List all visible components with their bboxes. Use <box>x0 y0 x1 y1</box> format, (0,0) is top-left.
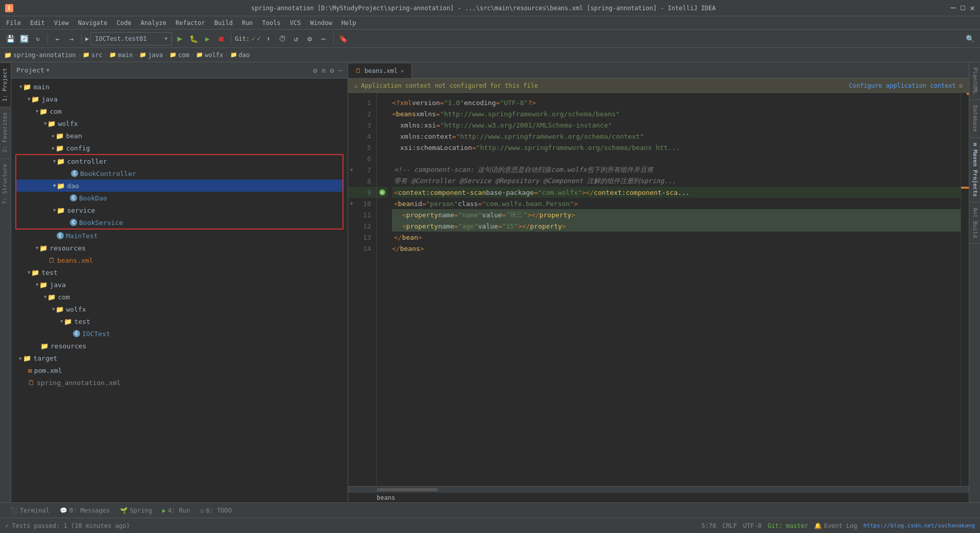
menu-bar: File Edit View Navigate Code Analyze Ref… <box>0 16 980 30</box>
editor-scrollbar[interactable] <box>348 486 969 492</box>
url-link[interactable]: https://blog.csdn.net/suchanakang <box>863 522 975 529</box>
git-history[interactable]: ⏱ <box>276 33 288 45</box>
bc-java[interactable]: java <box>148 52 163 59</box>
maximize-btn[interactable]: □ <box>961 3 965 13</box>
git-revert[interactable]: ↺ <box>290 33 302 45</box>
bc-com[interactable]: com <box>178 52 189 59</box>
menu-analyze[interactable]: Analyze <box>136 18 170 28</box>
tree-item-java[interactable]: ▼ 📁 java <box>11 93 348 105</box>
bc-main[interactable]: main <box>118 52 133 59</box>
code-line-11: <property name="name" value="张三"></prope… <box>392 209 961 220</box>
tree-item-resources[interactable]: ▼ 📁 resources <box>11 242 348 254</box>
tree-item-test-com[interactable]: ▼ 📁 com <box>11 291 348 303</box>
tree-item-spring-xml[interactable]: 🗒 spring_annotation.xml <box>11 376 348 389</box>
tab-close-btn[interactable]: × <box>401 68 404 74</box>
menu-edit[interactable]: Edit <box>26 18 49 28</box>
menu-refactor[interactable]: Refactor <box>172 18 209 28</box>
run-btn[interactable]: ▶ <box>174 33 186 45</box>
search-everywhere-btn[interactable]: 🔍 <box>964 33 976 45</box>
tree-item-main[interactable]: ▼ 📁 main <box>11 81 348 93</box>
project-close-btn[interactable]: − <box>338 66 342 74</box>
tree-item-wolfx[interactable]: ▼ 📁 wolfx <box>11 117 348 130</box>
save-btn[interactable]: 💾 <box>4 33 16 45</box>
bookmark-btn[interactable]: 🔖 <box>337 33 350 45</box>
sidebar-tab-project[interactable]: 1: Project <box>0 62 11 107</box>
line-num-12: 12 <box>348 220 376 232</box>
menu-build[interactable]: Build <box>210 18 237 28</box>
bc-wolfx[interactable]: wolfx <box>205 52 223 59</box>
code-line-4: xmlns:context="http://www.springframewor… <box>392 131 961 142</box>
sync-btn[interactable]: 🔄 <box>18 33 30 45</box>
tree-item-book-service[interactable]: C BookService <box>16 216 342 229</box>
right-tab-maven[interactable]: m Maven Projects <box>969 138 980 202</box>
back-btn[interactable]: ← <box>52 33 64 45</box>
event-log-btn[interactable]: 🔔 Event Log <box>814 522 857 529</box>
tree-item-test-java[interactable]: ▼ 📁 java <box>11 278 348 291</box>
tree-item-com[interactable]: ▼ 📁 com <box>11 105 348 117</box>
tree-item-main-test[interactable]: C MainTest <box>11 230 348 242</box>
refresh-btn[interactable]: ↻ <box>32 33 44 45</box>
tree-item-target[interactable]: ▶ 📁 target <box>11 352 348 364</box>
configure-link[interactable]: Configure application context <box>849 82 956 89</box>
git-settings[interactable]: ⚙ <box>304 33 316 45</box>
tree-item-bean[interactable]: ▶ 📁 bean <box>11 130 348 142</box>
right-tab-ant[interactable]: Ant Build <box>969 202 980 244</box>
git-more[interactable]: ⋯ <box>317 33 330 45</box>
tab-spring[interactable]: 🌱 Spring <box>115 505 157 516</box>
close-btn[interactable]: ✕ <box>970 3 975 13</box>
menu-file[interactable]: File <box>2 18 25 28</box>
tree-item-controller[interactable]: ▼ 📁 controller <box>16 155 342 167</box>
tree-item-test[interactable]: ▼ 📁 test <box>11 266 348 278</box>
tree-item-beans-xml[interactable]: 🗒 beans.xml <box>11 254 348 266</box>
project-title: Project <box>16 66 44 74</box>
stop-btn[interactable]: ⏹ <box>215 33 227 45</box>
tab-run[interactable]: ▶ 4: Run <box>157 505 195 516</box>
bc-spring-annotation[interactable]: spring-annotation <box>13 52 76 59</box>
tree-item-test-resources[interactable]: 📁 resources <box>11 340 348 352</box>
right-tab-database[interactable]: Database <box>969 100 980 138</box>
tree-item-book-dao[interactable]: C BookDao <box>16 192 342 204</box>
project-dropdown-arrow[interactable]: ▼ <box>46 67 50 73</box>
status-left: ✓ Tests passed: 1 (10 minutes ago) <box>5 522 130 529</box>
menu-window[interactable]: Window <box>306 18 336 28</box>
tree-item-test-test[interactable]: ▼ 📁 test <box>11 315 348 327</box>
menu-help[interactable]: Help <box>337 18 360 28</box>
code-content[interactable]: <?xml version="1.0" encoding="UTF-8"?> <… <box>388 93 961 486</box>
sidebar-tab-structure[interactable]: 7: Structure <box>0 158 11 209</box>
debug-btn[interactable]: 🐛 <box>187 33 200 45</box>
menu-vcs[interactable]: VCS <box>286 18 305 28</box>
tree-item-pom[interactable]: m pom.xml <box>11 364 348 376</box>
right-tab-plantuml[interactable]: PlantUML <box>969 62 980 100</box>
git-push[interactable]: ⬆ <box>262 33 275 45</box>
menu-run[interactable]: Run <box>238 18 257 28</box>
cursor-position[interactable]: 5:78 <box>701 522 716 529</box>
tree-item-dao[interactable]: ▼ 📁 dao <box>16 180 342 192</box>
line-num-10: ▼10 <box>348 198 376 209</box>
menu-navigate[interactable]: Navigate <box>74 18 112 28</box>
tree-item-config[interactable]: ▶ 📁 config <box>11 142 348 154</box>
charset[interactable]: UTF-8 <box>743 522 762 529</box>
tab-todo[interactable]: ☑ 6: TODO <box>195 505 237 516</box>
tree-item-service[interactable]: ▼ 📁 service <box>16 204 342 216</box>
configure-gear[interactable]: ⚙ <box>959 82 963 89</box>
tree-item-book-controller[interactable]: C BookController <box>16 167 342 180</box>
project-gear-btn[interactable]: ⚙ <box>330 66 334 74</box>
tree-item-ioc-test[interactable]: C IOCTest <box>11 327 348 340</box>
bc-dao[interactable]: dao <box>239 52 250 59</box>
coverage-btn[interactable]: ▶ <box>201 33 213 45</box>
tab-messages[interactable]: 💬 0: Messages <box>55 505 115 516</box>
bc-src[interactable]: src <box>91 52 103 59</box>
minimize-btn[interactable]: ─ <box>950 3 955 13</box>
forward-btn[interactable]: → <box>65 33 78 45</box>
line-ending[interactable]: CRLF <box>722 522 737 529</box>
tab-beans-xml[interactable]: 🗒 beans.xml × <box>348 64 412 78</box>
menu-view[interactable]: View <box>50 18 73 28</box>
project-sync-btn[interactable]: ⚙ <box>313 66 317 74</box>
sidebar-tab-favorites[interactable]: 2: Favorites <box>0 107 11 158</box>
tree-item-test-wolfx[interactable]: ▼ 📁 wolfx <box>11 303 348 315</box>
menu-tools[interactable]: Tools <box>258 18 285 28</box>
project-settings-btn[interactable]: ≡ <box>322 66 326 74</box>
run-config-dropdown[interactable]: IOCTest.test01 ▼ <box>90 32 172 45</box>
tab-terminal[interactable]: ⬛ Terminal <box>5 505 55 516</box>
menu-code[interactable]: Code <box>113 18 136 28</box>
